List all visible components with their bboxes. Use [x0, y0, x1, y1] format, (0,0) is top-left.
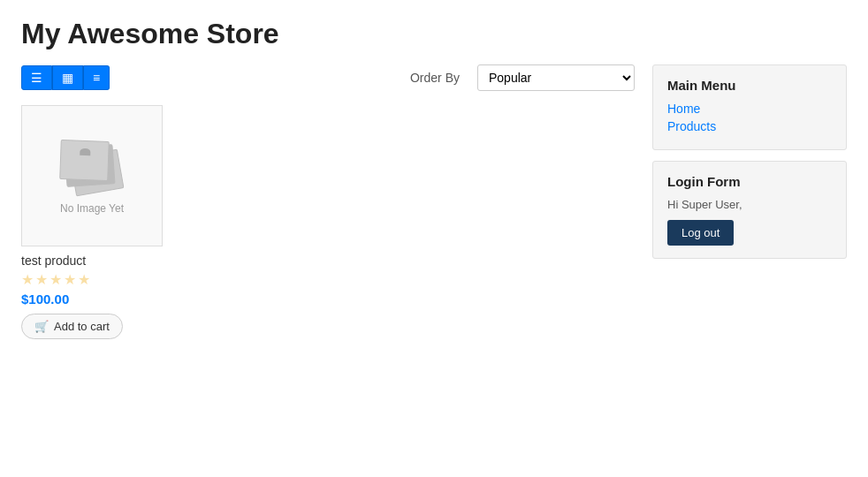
- no-image-text: No Image Yet: [60, 202, 124, 215]
- list-detail-icon: ☰: [31, 71, 42, 85]
- main-menu-title: Main Menu: [667, 78, 832, 93]
- list-view-button[interactable]: ≡: [83, 65, 110, 90]
- logout-button[interactable]: Log out: [667, 220, 734, 246]
- no-image-icon: [57, 137, 127, 199]
- view-buttons: ☰ ▦ ≡: [21, 65, 110, 90]
- add-to-cart-label: Add to cart: [54, 320, 110, 333]
- cart-icon: 🛒: [34, 320, 49, 333]
- toolbar: ☰ ▦ ≡ Order By Popular Newest Price (Low…: [21, 64, 635, 91]
- star-4: ★: [64, 271, 76, 288]
- star-2: ★: [35, 271, 48, 288]
- order-by-label: Order By: [410, 71, 460, 85]
- left-column: ☰ ▦ ≡ Order By Popular Newest Price (Low…: [21, 64, 635, 339]
- greeting-text: Hi Super User,: [667, 198, 832, 211]
- add-to-cart-button[interactable]: 🛒 Add to cart: [21, 314, 123, 339]
- right-sidebar: Main Menu Home Products Login Form Hi Su…: [652, 64, 847, 339]
- main-layout: ☰ ▦ ≡ Order By Popular Newest Price (Low…: [21, 64, 847, 339]
- grid-icon: ▦: [62, 71, 73, 85]
- photo-stack-card-3: [59, 140, 110, 181]
- product-name: test product: [21, 254, 163, 268]
- product-price: $100.00: [21, 292, 163, 307]
- list-icon: ≡: [93, 71, 100, 85]
- products-grid: No Image Yet test product ★ ★ ★ ★ ★ $100…: [21, 105, 635, 339]
- product-rating: ★ ★ ★ ★ ★: [21, 271, 163, 288]
- login-form-box: Login Form Hi Super User, Log out: [652, 161, 847, 259]
- nav-link-products[interactable]: Products: [667, 119, 832, 133]
- product-image-box: No Image Yet: [21, 105, 163, 246]
- no-image-placeholder: No Image Yet: [57, 137, 127, 215]
- store-title: My Awesome Store: [21, 18, 847, 50]
- grid-view-button[interactable]: ▦: [52, 65, 83, 90]
- main-menu-nav: Home Products: [667, 102, 832, 133]
- star-3: ★: [49, 271, 62, 288]
- star-1: ★: [21, 271, 34, 288]
- nav-link-home[interactable]: Home: [667, 102, 832, 116]
- product-card: No Image Yet test product ★ ★ ★ ★ ★ $100…: [21, 105, 163, 339]
- star-5: ★: [78, 271, 90, 288]
- login-form-title: Login Form: [667, 174, 832, 189]
- list-detail-view-button[interactable]: ☰: [21, 65, 52, 90]
- order-by-select[interactable]: Popular Newest Price (Low to High) Price…: [477, 64, 635, 91]
- main-menu-box: Main Menu Home Products: [652, 64, 847, 150]
